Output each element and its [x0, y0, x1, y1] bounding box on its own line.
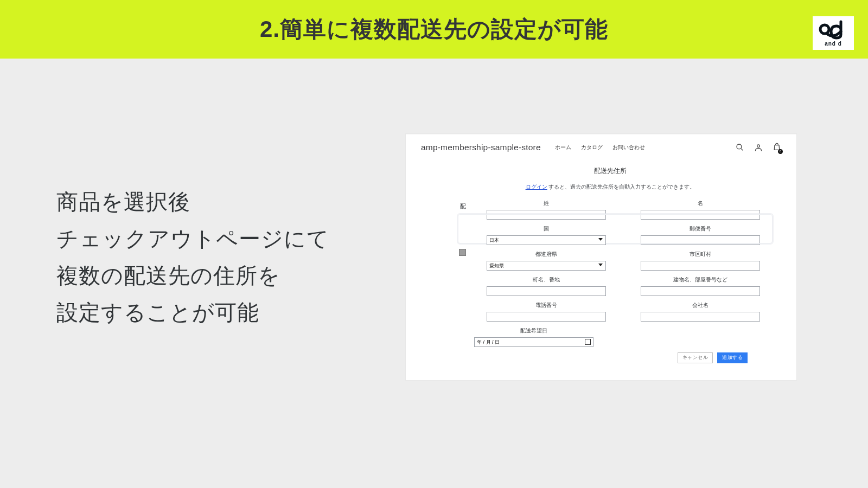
login-hint: ログイン すると、過去の配送先住所を自動入力することができます。	[441, 183, 780, 191]
chevron-down-icon	[598, 238, 603, 241]
label-company: 会社名	[692, 301, 709, 309]
street-field[interactable]	[487, 286, 606, 296]
label-date: 配送希望日	[520, 327, 547, 335]
desc-line-2: チェックアウトページにて	[56, 220, 404, 257]
svg-text:and d: and d	[825, 41, 842, 47]
slide-title: 2.簡単に複数配送先の設定が可能	[260, 14, 608, 44]
chevron-down-icon	[598, 264, 603, 266]
shop-name: amp-membership-sample-store	[421, 143, 541, 152]
company-field[interactable]	[641, 312, 760, 322]
cart-badge: 0	[778, 149, 783, 154]
login-tail: すると、過去の配送先住所を自動入力することができます。	[547, 184, 695, 190]
shop-header: amp-membership-sample-store ホーム カタログ お問い…	[406, 134, 796, 162]
lastname-field[interactable]	[487, 210, 606, 220]
side-indicator-icon	[459, 249, 466, 256]
svg-point-2	[737, 144, 742, 149]
form-title: 配送先住所	[441, 166, 780, 176]
slide-description: 商品を選択後 チェックアウトページにて 複数の配送先の住所を 設定することが可能	[56, 183, 404, 331]
account-icon[interactable]	[754, 143, 763, 152]
firstname-field[interactable]	[641, 210, 760, 220]
label-lastname: 姓	[544, 200, 549, 207]
label-street: 町名、番地	[533, 276, 560, 284]
nav-contact[interactable]: お問い合わせ	[612, 144, 645, 151]
country-select[interactable]: 日本	[487, 235, 606, 245]
shop-nav: ホーム カタログ お問い合わせ	[555, 144, 645, 151]
shipping-form: 配 配送先住所 ログイン すると、過去の配送先住所を自動入力することができます。…	[406, 162, 796, 380]
svg-line-3	[741, 149, 743, 151]
label-country: 国	[544, 225, 549, 233]
checkout-screenshot: amp-membership-sample-store ホーム カタログ お問い…	[406, 134, 796, 380]
login-link[interactable]: ログイン	[526, 184, 547, 190]
search-icon[interactable]	[736, 143, 744, 152]
desc-line-1: 商品を選択後	[56, 183, 404, 220]
slide-header: 2.簡単に複数配送先の設定が可能 and d	[0, 0, 868, 59]
andd-logo: and d	[813, 16, 854, 50]
label-city: 市区町村	[690, 251, 711, 258]
delivery-date-field[interactable]: 年 / 月 / 日	[474, 337, 593, 347]
cancel-button[interactable]: キャンセル	[678, 352, 713, 363]
svg-point-4	[757, 144, 760, 147]
city-field[interactable]	[641, 261, 760, 271]
label-firstname: 名	[698, 200, 703, 207]
building-field[interactable]	[641, 286, 760, 296]
calendar-icon	[585, 339, 591, 345]
side-hint-text: 配	[460, 202, 466, 210]
add-button[interactable]: 追加する	[717, 352, 748, 363]
form-buttons: キャンセル 追加する	[441, 352, 780, 363]
label-postal: 郵便番号	[690, 225, 711, 233]
prefecture-select[interactable]: 愛知県	[487, 261, 606, 271]
nav-home[interactable]: ホーム	[555, 144, 571, 151]
phone-field[interactable]	[487, 312, 606, 322]
desc-line-4: 設定することが可能	[56, 294, 404, 331]
andd-logo-icon: and d	[817, 20, 850, 47]
header-icons: 0	[736, 142, 781, 152]
postal-field[interactable]	[641, 235, 760, 245]
cart-icon[interactable]: 0	[773, 142, 781, 152]
desc-line-3: 複数の配送先の住所を	[56, 257, 404, 294]
label-phone: 電話番号	[535, 301, 557, 309]
label-prefecture: 都道府県	[535, 251, 557, 258]
nav-catalog[interactable]: カタログ	[581, 144, 603, 151]
label-building: 建物名、部屋番号など	[673, 276, 727, 284]
